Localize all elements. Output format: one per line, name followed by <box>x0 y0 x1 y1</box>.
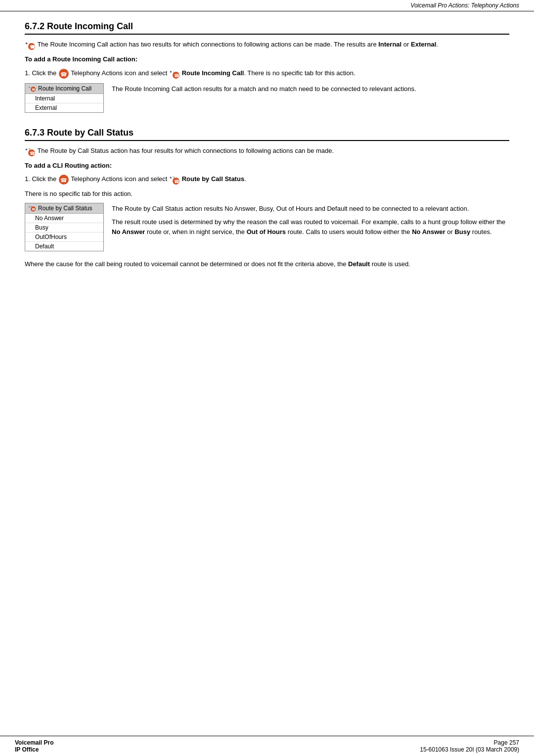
section-6-7-3-tree-block: ✦? ☎ Route by Call Status No Answer Busy… <box>25 203 509 251</box>
section-6-7-2-heading: 6.7.2 Route Incoming Call <box>25 21 509 35</box>
svg-text:☎: ☎ <box>32 208 36 211</box>
telephony-actions-icon-1: ☎ <box>58 68 69 79</box>
svg-text:☎: ☎ <box>174 73 179 78</box>
tree-root-label-2: Route by Call Status <box>38 205 92 212</box>
svg-text:☎: ☎ <box>30 151 35 156</box>
intro-bold1: Internal <box>378 41 401 48</box>
tree-child-no-answer: No Answer <box>25 214 103 223</box>
svg-text:☎: ☎ <box>32 88 36 91</box>
intro-bold2: External <box>411 41 436 48</box>
footer-product: Voicemail Pro <box>15 739 53 746</box>
section-6-7-3-intro: ✦? ☎ The Route by Call Status action has… <box>25 146 509 157</box>
route-incoming-icon: ✦↓ ☎ <box>25 40 36 50</box>
tree-root-route-incoming: ✦↓ ☎ Route Incoming Call <box>25 84 103 94</box>
svg-text:☎: ☎ <box>174 179 179 184</box>
section-6-7-2-add-label: To add a Route Incoming Call action: <box>25 54 509 64</box>
footer-product-line2: IP Office <box>15 746 53 753</box>
svg-text:☎: ☎ <box>60 177 67 183</box>
route-call-status-icon-step: ✦? ☎ <box>169 174 180 185</box>
footer-page: Page 257 <box>420 739 519 746</box>
footer-left: Voicemail Pro IP Office <box>15 739 53 753</box>
no-answer-bold2: No Answer <box>412 228 445 236</box>
svg-text:☎: ☎ <box>30 45 35 49</box>
tree-child-default: Default <box>25 242 103 251</box>
route-incoming-tree: ✦↓ ☎ Route Incoming Call Internal Extern… <box>25 83 104 113</box>
tree-desc-1: The Route by Call Status action results … <box>112 204 509 214</box>
section-6-7-2-tree-block: ✦↓ ☎ Route Incoming Call Internal Extern… <box>25 83 509 113</box>
section-6-7-3-step1: 1. Click the ☎ Telephony Actions icon an… <box>25 174 509 185</box>
no-tab-note: There is no specific tab for this action… <box>25 189 509 199</box>
page-container: Voicemail Pro Actions: Telephony Actions… <box>0 0 534 756</box>
section-6-7-2-tree-desc: The Route Incoming Call action results f… <box>112 83 509 94</box>
busy-bold: Busy <box>454 228 470 236</box>
route-incoming-icon-2: ✦↓ ☎ <box>169 68 180 79</box>
footer-right: Page 257 15-601063 Issue 20I (03 March 2… <box>420 739 519 753</box>
tree-child-outofhours: OutOfHours <box>25 233 103 242</box>
tree-child-internal: Internal <box>25 94 103 103</box>
tree-root-icon-2: ✦? ☎ <box>28 204 36 212</box>
section-6-7-3: 6.7.3 Route by Call Status ✦? ☎ The Rout… <box>25 128 509 269</box>
page-footer: Voicemail Pro IP Office Page 257 15-6010… <box>0 736 534 756</box>
out-of-hours-bold: Out of Hours <box>247 228 286 236</box>
svg-text:☎: ☎ <box>60 71 67 77</box>
tree-desc-2: The result route used is determined by w… <box>112 217 509 236</box>
section-6-7-2: 6.7.2 Route Incoming Call ✦↓ ☎ The Route… <box>25 21 509 113</box>
tree-child-external: External <box>25 103 103 112</box>
route-call-status-tree: ✦? ☎ Route by Call Status No Answer Busy… <box>25 203 104 251</box>
main-content: 6.7.2 Route Incoming Call ✦↓ ☎ The Route… <box>0 11 534 756</box>
footer-note: Where the cause for the call being route… <box>25 259 509 269</box>
default-bold: Default <box>348 260 370 268</box>
route-call-status-icon-intro: ✦? ☎ <box>25 146 36 157</box>
footer-issue: 15-601063 Issue 20I (03 March 2009) <box>420 746 519 753</box>
telephony-actions-icon-2: ☎ <box>58 174 69 185</box>
section-6-7-3-tree-desc: The Route by Call Status action results … <box>112 203 509 241</box>
tree-root-label: Route Incoming Call <box>38 85 91 92</box>
tree-root-call-status: ✦? ☎ Route by Call Status <box>25 203 103 214</box>
section-6-7-2-intro: ✦↓ ☎ The Route Incoming Call action has … <box>25 40 509 50</box>
header-title: Voicemail Pro Actions: Telephony Actions <box>410 2 519 9</box>
tree-root-icon: ✦↓ ☎ <box>28 85 36 93</box>
section-6-7-2-step1: 1. Click the ☎ Telephony Actions icon an… <box>25 68 509 79</box>
section-6-7-3-heading: 6.7.3 Route by Call Status <box>25 128 509 141</box>
section-6-7-3-add-label: To add a CLI Routing action: <box>25 161 509 171</box>
section-6-7-3-intro-text: The Route by Call Status action has four… <box>37 147 334 154</box>
tree-child-busy: Busy <box>25 223 103 233</box>
step1-bold: Route Incoming Call <box>182 69 244 77</box>
step1-bold-callstatus: Route by Call Status <box>182 175 244 183</box>
no-answer-bold1: No Answer <box>112 228 145 236</box>
page-header: Voicemail Pro Actions: Telephony Actions <box>0 0 534 11</box>
